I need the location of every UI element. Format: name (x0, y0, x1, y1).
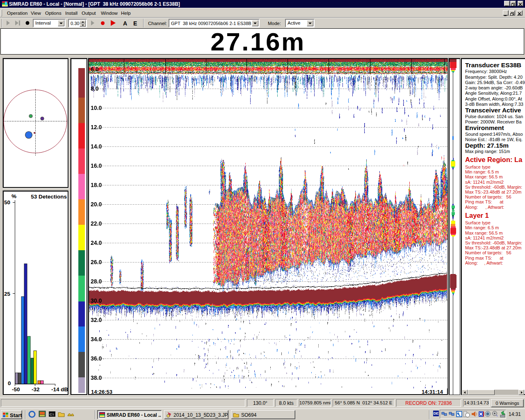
svg-text:-14: -14 (51, 386, 59, 393)
svg-text:25: 25 (4, 291, 11, 297)
svg-text:-50: -50 (12, 386, 20, 393)
svg-text:%: % (11, 193, 16, 199)
svg-text:C:\: C:\ (50, 413, 54, 416)
svg-text:50: 50 (4, 199, 10, 205)
svg-text:-32: -32 (32, 386, 40, 393)
svg-text:53 Detections: 53 Detections (31, 194, 67, 200)
svg-text:0: 0 (8, 380, 11, 386)
svg-text:dB: dB (61, 386, 68, 393)
